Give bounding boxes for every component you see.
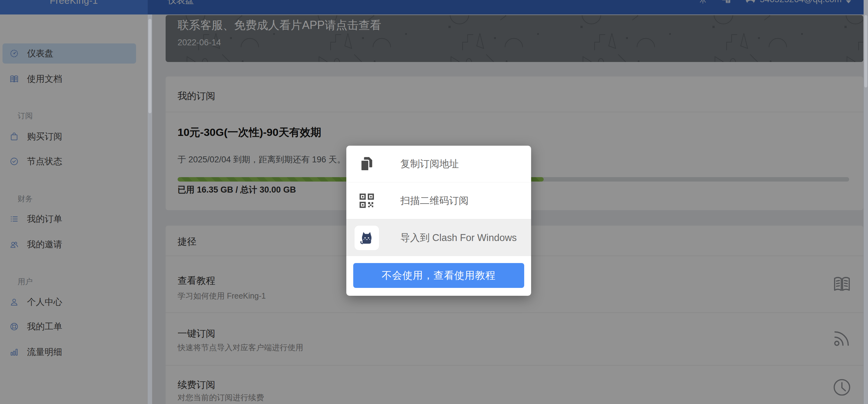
page-scrollbar-thumb[interactable] — [864, 15, 867, 87]
view-tutorial-button[interactable]: 不会使用，查看使用教程 — [353, 263, 524, 288]
page-scrollbar[interactable] — [864, 0, 868, 404]
app-window: FreeKing-1 仪表盘 A 文 — [0, 0, 868, 404]
copy-icon — [358, 155, 375, 172]
popup-item-label: 导入到 Clash For Windows — [400, 231, 517, 244]
popup-item-label: 复制订阅地址 — [400, 157, 459, 171]
popup-item-copy-subscription[interactable]: 复制订阅地址 — [346, 146, 531, 182]
qr-code-icon — [358, 192, 375, 209]
popup-item-import-clash[interactable]: 导入到 Clash For Windows — [346, 219, 531, 256]
clash-cat-icon — [354, 226, 379, 250]
popup-item-scan-qr[interactable]: 扫描二维码订阅 — [346, 182, 531, 219]
sidebar-scrollbar[interactable] — [148, 15, 152, 404]
sidebar-scrollbar-thumb[interactable] — [148, 19, 152, 113]
subscribe-actions-popup: 复制订阅地址 — [346, 146, 531, 296]
view-tutorial-button-label: 不会使用，查看使用教程 — [382, 269, 496, 283]
popup-item-label: 扫描二维码订阅 — [400, 194, 469, 207]
